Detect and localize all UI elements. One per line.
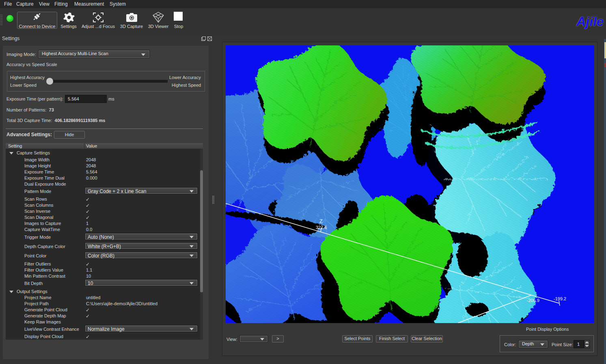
svg-text:Z: Z — [319, 218, 323, 224]
svg-text:-205.9: -205.9 — [527, 298, 539, 303]
svg-text:322.6: 322.6 — [316, 225, 327, 230]
svg-text:-199.2: -199.2 — [554, 296, 566, 301]
